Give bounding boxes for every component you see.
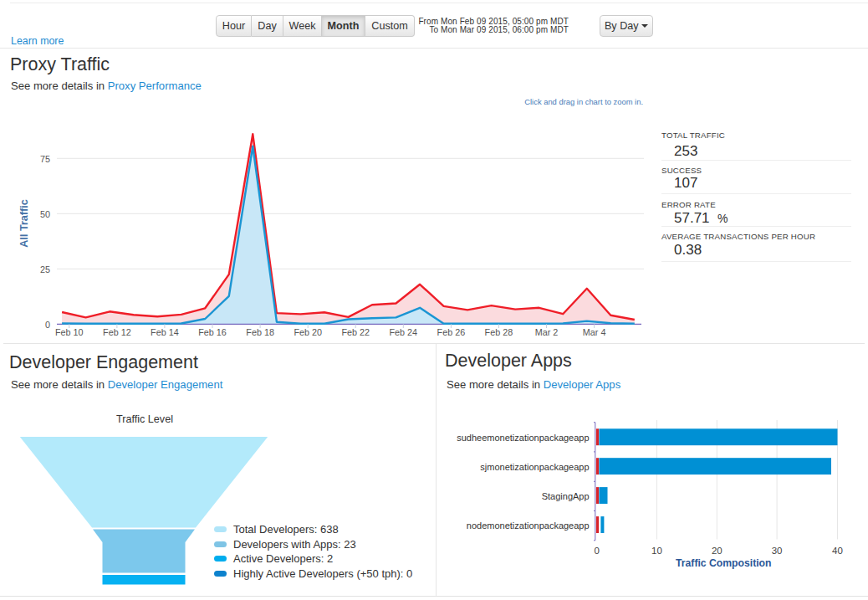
svg-text:sjmonetizationpackageapp: sjmonetizationpackageapp	[480, 462, 589, 472]
svg-text:Feb 22: Feb 22	[341, 327, 370, 337]
svg-text:10: 10	[651, 546, 662, 556]
svg-text:Feb 26: Feb 26	[437, 327, 466, 337]
svg-text:Feb 20: Feb 20	[294, 327, 322, 337]
svg-text:Feb 14: Feb 14	[151, 327, 179, 337]
svg-text:Feb 16: Feb 16	[198, 327, 227, 337]
svg-text:30: 30	[772, 546, 783, 556]
svg-text:0: 0	[594, 546, 599, 556]
svg-text:20: 20	[712, 546, 722, 556]
svg-text:0: 0	[45, 320, 50, 330]
svg-text:All Traffic: All Traffic	[18, 199, 30, 247]
svg-text:40: 40	[832, 546, 843, 556]
svg-text:50: 50	[40, 209, 50, 219]
svg-text:75: 75	[40, 154, 50, 164]
svg-text:Mar 4: Mar 4	[583, 327, 606, 337]
svg-text:Feb 10: Feb 10	[55, 327, 84, 337]
svg-text:Feb 28: Feb 28	[485, 327, 513, 337]
svg-text:Feb 24: Feb 24	[389, 327, 417, 337]
svg-text:Feb 12: Feb 12	[103, 327, 131, 337]
svg-text:Feb 18: Feb 18	[246, 327, 274, 337]
svg-text:Mar 2: Mar 2	[535, 327, 559, 337]
svg-text:nodemonetizationpackageapp: nodemonetizationpackageapp	[467, 521, 590, 531]
svg-text:Traffic Composition: Traffic Composition	[676, 557, 771, 569]
svg-text:25: 25	[40, 264, 50, 274]
svg-text:sudheemonetizationpackageapp: sudheemonetizationpackageapp	[457, 433, 589, 443]
svg-text:StagingApp: StagingApp	[542, 491, 590, 501]
